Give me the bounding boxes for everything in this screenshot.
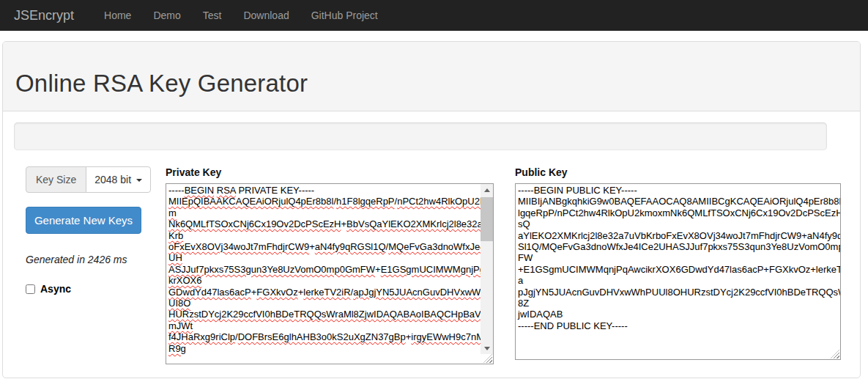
key-line: krXOX6 <box>168 275 491 286</box>
controls-column: Key Size 2048 bit Generate New Keys Gene… <box>26 166 152 295</box>
key-line: UH <box>168 252 491 263</box>
scrollbar-thumb[interactable] <box>481 197 493 241</box>
nav-item-test[interactable]: Test <box>192 10 233 21</box>
form-row: Key Size 2048 bit Generate New Keys Gene… <box>14 166 849 364</box>
caret-down-icon <box>136 179 142 182</box>
nav-item-github-project[interactable]: GitHub Project <box>300 10 389 21</box>
key-line: R9g <box>168 343 491 354</box>
async-checkbox[interactable] <box>26 284 35 294</box>
navbar-menu: HomeDemoTestDownloadGitHub Project <box>93 10 389 21</box>
public-key-column: Public Key -----BEGIN PUBLIC KEY-----MII… <box>515 166 841 360</box>
key-line: -----END PUBLIC KEY----- <box>518 320 838 331</box>
key-line: GDwdYd47las6acP+FGXkvOz+lerkeTV2iR/apJgj… <box>168 287 491 298</box>
key-line: a <box>518 275 838 286</box>
private-key-column: Private Key -----BEGIN RSA PRIVATE KEY--… <box>166 166 494 364</box>
resize-handle-icon[interactable] <box>483 354 492 363</box>
key-line: Krb <box>168 230 491 241</box>
private-key-scrollbar[interactable] <box>481 184 493 354</box>
generate-keys-button[interactable]: Generate New Keys <box>26 207 141 234</box>
key-line: Sl1Q/MQeFvGa3dnoWfxJe4ICe2UHASJJuf7pkxs7… <box>518 241 838 252</box>
scroll-up-icon[interactable] <box>481 184 493 196</box>
private-key-label: Private Key <box>166 166 494 178</box>
key-size-group: Key Size 2048 bit <box>26 166 152 193</box>
key-line: lgqeRpP/nPCt2hw4RlkOpU2kmoxmNk6QMLfTSOxC… <box>518 207 838 218</box>
navbar-brand[interactable]: JSEncrypt <box>14 8 84 23</box>
key-line: f4JHaRxg9riClp/DOFBrsE6glhAHB3o0kS2uXgZN… <box>168 331 491 342</box>
key-line: UI8O <box>168 298 491 309</box>
public-key-text: -----BEGIN PUBLIC KEY-----MIIBIjANBgkqhk… <box>516 184 840 332</box>
key-size-label: Key Size <box>26 166 86 193</box>
key-line: jwIDAQAB <box>518 309 838 320</box>
key-line: HURzstDYcj2K29ccfVI0hBDeTRQQsWraMl8ZjwID… <box>168 309 491 320</box>
progress-bar <box>14 122 827 150</box>
async-option[interactable]: Async <box>26 283 152 295</box>
key-line: mJWt <box>168 320 491 331</box>
main-panel: Online RSA Key Generator Key Size 2048 b… <box>2 41 861 378</box>
key-line: MIIBIjANBgkqhkiG9w0BAQEFAAOCAQ8AMIIBCgKC… <box>518 196 838 207</box>
public-key-textarea[interactable]: -----BEGIN PUBLIC KEY-----MIIBIjANBgkqhk… <box>515 183 841 360</box>
key-line: pJgjYN5JUAcnGuvDHVxwWhPUUl8OHURzstDYcj2K… <box>518 287 838 298</box>
async-label: Async <box>40 283 71 295</box>
key-line: 8Z <box>518 298 838 309</box>
resize-handle-icon[interactable] <box>831 350 839 358</box>
key-line: m <box>168 207 491 218</box>
key-line: -----BEGIN RSA PRIVATE KEY----- <box>168 185 491 196</box>
key-line: ASJJuf7pkxs75S3gun3Ye8UzVomO0mp0GmFW+E1G… <box>168 264 491 275</box>
key-line: -----BEGIN PUBLIC KEY----- <box>518 185 838 196</box>
key-line: sQ <box>518 218 838 229</box>
panel-body: Key Size 2048 bit Generate New Keys Gene… <box>3 111 860 378</box>
navbar: JSEncrypt HomeDemoTestDownloadGitHub Pro… <box>0 0 868 31</box>
nav-item-home[interactable]: Home <box>93 10 142 21</box>
private-key-text: -----BEGIN RSA PRIVATE KEY-----MIIEpQIBA… <box>166 184 493 355</box>
key-line: MIIEpQIBAAKCAQEAiORjulQ4pEr8b8l/h1F8lgqe… <box>168 196 491 207</box>
key-line: FW <box>518 252 838 263</box>
page-title: Online RSA Key Generator <box>15 70 860 98</box>
generated-status: Generated in 2426 ms <box>26 254 152 265</box>
private-key-textarea[interactable]: -----BEGIN RSA PRIVATE KEY-----MIIEpQIBA… <box>166 183 494 364</box>
key-line: +E1GSgmUCIMWMqnjPqAwcikrXOX6GDwdYd47las6… <box>518 264 838 275</box>
key-size-dropdown[interactable]: 2048 bit <box>86 166 151 193</box>
public-key-label: Public Key <box>515 166 841 178</box>
key-line: aYlEKO2XMKrlcj2l8e32a7uVbKrboFxEvX8OVj34… <box>518 230 838 241</box>
key-line: Nk6QMLfTSOxCNj6Cx19Ov2DcPScEzH+BbVsQaYlE… <box>168 218 491 229</box>
key-line: oFxEvX8OVj34woJt7mFhdjrCW9+aN4fy9qRGSl1Q… <box>168 241 491 252</box>
scroll-down-icon[interactable] <box>481 342 493 354</box>
page-header: Online RSA Key Generator <box>3 42 860 111</box>
key-size-value: 2048 bit <box>94 174 131 185</box>
nav-item-download[interactable]: Download <box>232 10 300 21</box>
nav-item-demo[interactable]: Demo <box>142 10 191 21</box>
